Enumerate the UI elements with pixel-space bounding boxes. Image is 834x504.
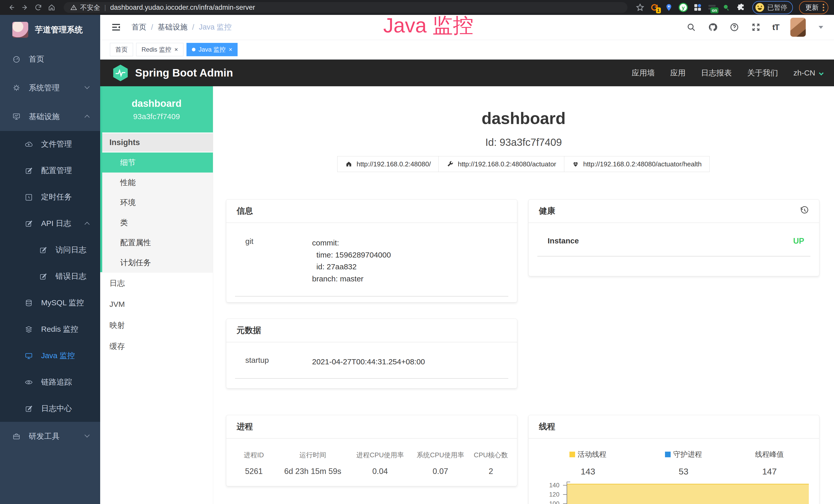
- browser-update-button[interactable]: 更新: [799, 1, 828, 14]
- extension-refresh-icon[interactable]: 1: [648, 1, 661, 14]
- browser-back-icon[interactable]: [6, 2, 18, 13]
- health-card-title: 健康: [539, 205, 555, 217]
- user-avatar[interactable]: [790, 18, 806, 37]
- sba-item-config-props[interactable]: 配置属性: [100, 233, 213, 253]
- sba-item-jvm[interactable]: JVM: [100, 294, 213, 315]
- breadcrumb-infrastructure[interactable]: 基础设施: [158, 22, 188, 32]
- sidebar-item-system[interactable]: 系统管理: [0, 73, 100, 102]
- sba-nav-journal[interactable]: 日志报表: [701, 68, 732, 78]
- health-url-button[interactable]: http://192.168.0.2:48080/actuator/health: [564, 156, 710, 172]
- chevron-down-icon: [85, 84, 90, 89]
- sidebar-item-api-log[interactable]: API 日志: [0, 210, 100, 237]
- sba-item-scheduled-tasks[interactable]: 计划任务: [100, 253, 213, 273]
- search-icon[interactable]: [686, 22, 696, 32]
- paused-extension-chip[interactable]: 已暂停: [752, 1, 793, 14]
- sba-item-environment[interactable]: 环境: [100, 192, 213, 212]
- tab-close-icon[interactable]: ×: [228, 46, 232, 53]
- sidebar-item-java-monitor[interactable]: Java 监控: [0, 343, 100, 369]
- sidebar-item-label: 配置管理: [41, 165, 72, 176]
- browser-menu-icon[interactable]: [823, 4, 824, 11]
- sidebar-item-label: 文件管理: [41, 139, 72, 150]
- log-icon: [25, 405, 33, 413]
- extension-puzzle-icon[interactable]: [734, 1, 747, 14]
- sidebar-item-trace[interactable]: 链路追踪: [0, 369, 100, 395]
- sidebar-item-dev-tools[interactable]: 研发工具: [0, 422, 100, 451]
- tab-label: 首页: [115, 45, 128, 54]
- sba-item-label: 配置属性: [120, 237, 151, 248]
- timer-icon: [25, 193, 33, 201]
- sidebar-item-infrastructure[interactable]: 基础设施: [0, 102, 100, 131]
- sba-language-label: zh-CN: [793, 69, 815, 77]
- fullscreen-icon[interactable]: [751, 22, 761, 32]
- sidebar-item-mysql-monitor[interactable]: MySQL 监控: [0, 290, 100, 316]
- sba-item-details[interactable]: 细节: [100, 153, 213, 173]
- extension-leaf-icon[interactable]: [720, 1, 733, 14]
- tab-label: Redis 监控: [141, 45, 171, 54]
- breadcrumb-home[interactable]: 首页: [132, 22, 147, 32]
- cell-cpu-cores: 2: [470, 467, 512, 476]
- legend-value: 147: [727, 466, 812, 477]
- sba-item-logs[interactable]: 日志: [100, 273, 213, 294]
- sba-nav-wallboard[interactable]: 应用墙: [632, 68, 655, 78]
- sidebar-item-scheduled-jobs[interactable]: 定时任务: [0, 184, 100, 210]
- sba-header: Spring Boot Admin 应用墙 应用 日志报表 关于我们 zh-CN: [100, 60, 834, 86]
- sba-brand[interactable]: Spring Boot Admin: [112, 64, 233, 82]
- sidebar-item-config-management[interactable]: 配置管理: [0, 157, 100, 184]
- metadata-row-value: 2021-04-27T00:44:31.254+08:00: [312, 356, 425, 368]
- tab-home[interactable]: 首页: [110, 43, 133, 56]
- history-icon[interactable]: [799, 205, 809, 217]
- bookmark-star-icon[interactable]: [634, 1, 646, 14]
- sidebar-item-label: API 日志: [41, 218, 71, 229]
- font-size-icon[interactable]: tT: [772, 23, 779, 32]
- sba-item-label: JVM: [109, 300, 125, 308]
- sidebar-item-log-center[interactable]: 日志中心: [0, 395, 100, 422]
- y-axis-cap: [567, 482, 570, 482]
- actuator-url: http://192.168.0.2:48080/actuator: [458, 160, 556, 168]
- sidebar-item-label: 日志中心: [41, 403, 72, 414]
- service-url-button[interactable]: http://192.168.0.2:48080/: [337, 156, 439, 172]
- app-title: 芋道管理系统: [35, 24, 83, 35]
- extension-grid-icon[interactable]: [691, 1, 704, 14]
- url-separator: |: [104, 4, 106, 12]
- sba-nav-language[interactable]: zh-CN: [793, 69, 822, 77]
- sidebar-item-access-log[interactable]: 访问日志: [0, 237, 100, 263]
- user-menu-caret-icon[interactable]: [818, 26, 823, 29]
- sba-nav-applications[interactable]: 应用: [670, 68, 685, 78]
- sba-app-header[interactable]: dashboard 93a3fc7f7409: [100, 86, 213, 133]
- app-shell: 芋道管理系统 首页 系统管理 基础设施 文件管理 配置管理: [0, 15, 834, 504]
- breadcrumb: 首页 / 基础设施 / Java 监控: [132, 22, 232, 32]
- tab-close-icon[interactable]: ×: [174, 46, 178, 53]
- extension-switch-icon[interactable]: on: [706, 1, 719, 14]
- sidebar-collapse-icon[interactable]: [111, 22, 121, 32]
- sidebar-item-redis-monitor[interactable]: Redis 监控: [0, 316, 100, 343]
- breadcrumb-separator: /: [151, 23, 153, 31]
- extension-y-icon[interactable]: y: [677, 1, 690, 14]
- extension-pin-icon[interactable]: [662, 1, 675, 14]
- column-header: 系统CPU使用率: [411, 451, 470, 460]
- tab-java-monitor[interactable]: Java 监控 ×: [186, 43, 238, 56]
- extension-on-badge: on: [710, 7, 719, 13]
- sba-item-caches[interactable]: 缓存: [100, 336, 213, 357]
- y-tick-label: 140: [543, 482, 559, 489]
- tab-redis-monitor[interactable]: Redis 监控 ×: [136, 43, 183, 56]
- browser-forward-icon[interactable]: [19, 2, 31, 13]
- table-row: Instance UP: [537, 223, 810, 256]
- sidebar-item-file-management[interactable]: 文件管理: [0, 131, 100, 157]
- browser-home-icon[interactable]: [46, 2, 58, 13]
- sidebar-item-error-log[interactable]: 错误日志: [0, 263, 100, 290]
- metadata-card-title: 元数据: [237, 325, 261, 336]
- github-icon[interactable]: [708, 22, 718, 32]
- help-icon[interactable]: [729, 22, 740, 32]
- sba-item-mappings[interactable]: 映射: [100, 315, 213, 336]
- infrastructure-icon: [12, 112, 21, 121]
- sba-item-metrics[interactable]: 性能: [100, 173, 213, 192]
- browser-reload-icon[interactable]: [32, 2, 44, 13]
- instance-id: Id: 93a3fc7f7409: [213, 137, 834, 148]
- address-bar[interactable]: 不安全 | dashboard.yudao.iocoder.cn/infra/a…: [64, 2, 628, 13]
- actuator-url-button[interactable]: http://192.168.0.2:48080/actuator: [438, 156, 564, 172]
- sidebar-item-home[interactable]: 首页: [0, 45, 100, 73]
- app-logo-row[interactable]: 芋道管理系统: [0, 15, 100, 45]
- sba-item-classes[interactable]: 类: [100, 212, 213, 233]
- sba-nav-about[interactable]: 关于我们: [747, 68, 778, 78]
- warning-icon: [70, 4, 77, 11]
